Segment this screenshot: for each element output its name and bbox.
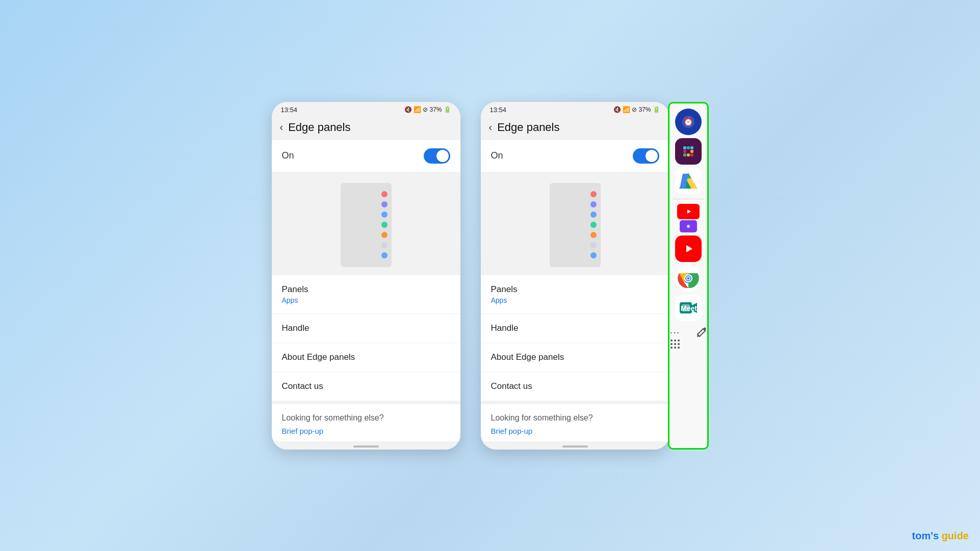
preview-box-2 (550, 183, 601, 267)
dot-6 (381, 242, 388, 248)
toggle-switch-1[interactable] (424, 148, 450, 164)
chrome-icon (677, 267, 700, 290)
edge-app-chrome[interactable] (675, 265, 702, 292)
svg-rect-6 (687, 146, 690, 149)
scroll-bar-1 (353, 445, 379, 448)
dot-r5 (590, 232, 597, 238)
edge-app-slack[interactable] (675, 138, 702, 165)
toggle-row-2[interactable]: On (481, 140, 669, 172)
contact-item-2[interactable]: Contact us (481, 372, 669, 401)
page-title-1: Edge panels (288, 121, 350, 134)
dot-r6 (590, 242, 597, 248)
status-bar-1: 13:54 🔇 📶 ⊘ 37% 🔋 (272, 102, 460, 116)
back-arrow-1[interactable]: ‹ (280, 121, 283, 133)
svg-point-43 (670, 343, 673, 345)
svg-rect-8 (687, 153, 690, 156)
brief-popup-link-1[interactable]: Brief pop-up (282, 427, 450, 435)
about-item-2[interactable]: About Edge panels (481, 343, 669, 372)
scroll-indicator-1 (272, 441, 460, 450)
edge-panel[interactable]: ⏰ (668, 102, 709, 450)
edge-app-duo[interactable] (674, 204, 703, 232)
phone-2: 13:54 🔇 📶 ⊘ 37% 🔋 ‹ Edge panels On (481, 102, 669, 450)
toggle-row-1[interactable]: On (272, 140, 460, 172)
panels-item-2[interactable]: Panels Apps (481, 275, 669, 314)
svg-rect-4 (683, 150, 686, 153)
brand-watermark: tom's guide (912, 530, 969, 542)
pencil-icon[interactable] (696, 326, 707, 337)
handle-item-1[interactable]: Handle (272, 314, 460, 343)
svg-point-45 (678, 343, 680, 345)
meet-icon: Meet (678, 297, 699, 319)
scroll-indicator-2 (481, 441, 669, 450)
dot-r3 (590, 212, 597, 218)
edge-app-remind[interactable]: ⏰ (675, 109, 702, 135)
back-arrow-2[interactable]: ‹ (489, 121, 493, 133)
dot-r1 (590, 191, 597, 197)
svg-rect-7 (690, 150, 693, 153)
dot-r4 (590, 222, 597, 228)
grid-dots-icon[interactable] (669, 338, 681, 350)
edge-panel-bottom-row: ⋯ (669, 326, 707, 352)
edge-app-youtube-small[interactable] (677, 204, 700, 219)
slack-icon (681, 144, 696, 159)
dot-1 (381, 191, 388, 197)
svg-point-41 (674, 339, 676, 342)
edit-icon[interactable] (696, 326, 707, 352)
scroll-bar-2 (562, 445, 588, 448)
preview-area-2 (481, 173, 669, 272)
svg-rect-11 (690, 146, 693, 149)
svg-point-42 (678, 339, 680, 342)
grid-icon[interactable]: ⋯ (669, 326, 692, 352)
handle-item-2[interactable]: Handle (481, 314, 669, 343)
toggle-label-1: On (282, 150, 294, 161)
svg-point-34 (687, 277, 689, 279)
panels-sub-1: Apps (282, 296, 450, 304)
svg-point-47 (674, 347, 676, 349)
toggle-knob-2 (646, 150, 658, 162)
time-2: 13:54 (490, 106, 507, 114)
youtube-small-icon (684, 208, 693, 215)
edge-app-drive[interactable] (675, 168, 702, 194)
about-item-1[interactable]: About Edge panels (272, 343, 460, 372)
status-icons-2: 🔇 📶 ⊘ 37% 🔋 (613, 106, 660, 113)
phone-1: 13:54 🔇 📶 ⊘ 37% 🔋 ‹ Edge panels On (272, 102, 460, 450)
looking-section-1: Looking for something else? Brief pop-up (272, 404, 460, 441)
toggle-switch-2[interactable] (633, 148, 659, 164)
menu-list-1: Panels Apps Handle About Edge panels Con… (272, 275, 460, 401)
preview-area-1 (272, 173, 460, 272)
panels-label-1: Panels (282, 284, 450, 295)
dot-3 (381, 212, 388, 218)
edge-app-meet[interactable]: Meet (675, 295, 702, 321)
panels-item-1[interactable]: Panels Apps (272, 275, 460, 314)
svg-point-26 (687, 225, 690, 228)
svg-text:Meet: Meet (681, 304, 697, 312)
svg-point-44 (674, 343, 676, 345)
brand-highlight: guide (942, 530, 969, 541)
preview-box-1 (341, 183, 392, 267)
dot-7 (381, 252, 388, 258)
panels-sub-2: Apps (491, 296, 659, 304)
edge-app-youtube[interactable] (675, 235, 702, 262)
looking-section-2: Looking for something else? Brief pop-up (481, 404, 669, 441)
svg-rect-5 (683, 146, 686, 149)
brief-popup-link-2[interactable]: Brief pop-up (491, 427, 659, 435)
svg-rect-9 (690, 153, 693, 156)
contact-item-1[interactable]: Contact us (272, 372, 460, 401)
remind-icon: ⏰ (680, 114, 697, 130)
svg-rect-10 (683, 153, 686, 156)
edge-app-small-purple[interactable] (680, 220, 697, 232)
page-title-2: Edge panels (497, 121, 559, 134)
dot-2 (381, 201, 388, 207)
toggle-label-2: On (491, 150, 503, 161)
edge-divider (673, 199, 704, 199)
dot-4 (381, 222, 388, 228)
purple-app-icon (684, 223, 692, 229)
phone-2-wrapper: 13:54 🔇 📶 ⊘ 37% 🔋 ‹ Edge panels On (481, 102, 709, 450)
svg-rect-3 (681, 144, 696, 159)
svg-point-46 (670, 347, 673, 349)
toggle-knob-1 (436, 150, 449, 162)
looking-title-2: Looking for something else? (491, 413, 659, 423)
header-2: ‹ Edge panels (481, 116, 669, 140)
status-icons-1: 🔇 📶 ⊘ 37% 🔋 (404, 106, 451, 113)
panels-label-2: Panels (491, 284, 659, 295)
